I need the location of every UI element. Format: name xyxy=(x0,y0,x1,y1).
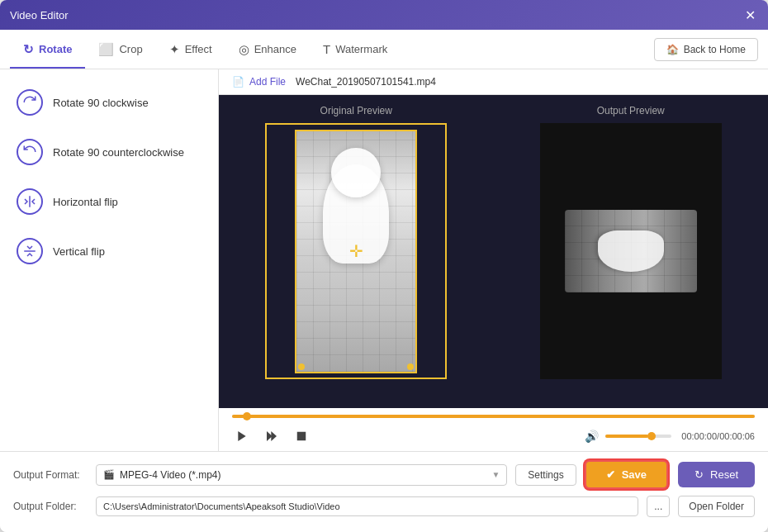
output-folder-row: Output Folder: C:\Users\Administrator\Do… xyxy=(13,496,755,517)
fast-forward-button[interactable] xyxy=(262,426,282,446)
flip-h-icon xyxy=(17,188,43,215)
home-icon: 🏠 xyxy=(666,44,679,55)
close-button[interactable]: ✕ xyxy=(742,7,758,23)
effect-tab-icon: ✦ xyxy=(169,42,180,57)
progress-bar-container xyxy=(219,408,768,421)
window-title: Video Editor xyxy=(10,9,69,21)
output-format-row: Output Format: 🎬 MPEG-4 Video (*.mp4) ▼ … xyxy=(13,460,755,489)
stop-button[interactable] xyxy=(292,426,311,446)
folder-input[interactable]: C:\Users\Administrator\Documents\Apeakso… xyxy=(96,496,638,516)
action-buttons: ✔ Save ↻ Reset xyxy=(585,460,755,489)
app-window: Video Editor ✕ ↻ Rotate ⬜ Crop ✦ Effect … xyxy=(0,0,768,532)
bottom-bar: Output Format: 🎬 MPEG-4 Video (*.mp4) ▼ … xyxy=(0,451,768,532)
tab-crop-label: Crop xyxy=(119,43,142,55)
add-file-icon: 📄 xyxy=(232,76,244,88)
browse-button[interactable]: ... xyxy=(647,496,670,517)
save-button[interactable]: ✔ Save xyxy=(585,460,668,489)
flip-h-label: Horizontal flip xyxy=(53,196,118,208)
tab-enhance-label: Enhance xyxy=(254,43,296,55)
tab-rotate[interactable]: ↻ Rotate xyxy=(10,30,85,69)
original-preview-canvas: ✛ xyxy=(265,123,447,379)
current-file-name: WeChat_20190507101541.mp4 xyxy=(296,76,436,88)
volume-section: 🔊 xyxy=(585,430,671,443)
settings-button[interactable]: Settings xyxy=(515,464,576,486)
original-preview-pane: Original Preview ✛ xyxy=(219,95,494,408)
original-preview-label: Original Preview xyxy=(320,105,392,116)
flip-v-label: Vertical flip xyxy=(53,245,105,258)
output-video-frame xyxy=(565,210,697,292)
svg-marker-0 xyxy=(238,431,245,441)
rotate-ccw-icon xyxy=(17,139,43,165)
tab-bar: ↻ Rotate ⬜ Crop ✦ Effect ◎ Enhance T Wat… xyxy=(0,30,768,69)
rotate-cw-label: Rotate 90 clockwise xyxy=(53,97,149,109)
left-panel: Rotate 90 clockwise Rotate 90 counterclo… xyxy=(0,69,219,451)
crop-tab-icon: ⬜ xyxy=(98,42,114,57)
file-bar: 📄 Add File WeChat_20190507101541.mp4 xyxy=(219,69,768,95)
right-panel: 📄 Add File WeChat_20190507101541.mp4 Ori… xyxy=(219,69,768,451)
format-select[interactable]: 🎬 MPEG-4 Video (*.mp4) ▼ xyxy=(96,464,507,486)
tool-flip-v[interactable]: Vertical flip xyxy=(0,226,218,276)
tab-crop[interactable]: ⬜ Crop xyxy=(85,30,155,69)
tool-rotate-cw[interactable]: Rotate 90 clockwise xyxy=(0,78,218,127)
add-file-button[interactable]: 📄 Add File xyxy=(232,76,286,88)
crosshair-icon: ✛ xyxy=(349,241,363,261)
tab-effect-label: Effect xyxy=(185,43,212,55)
playback-area: 🔊 00:00:00/00:00:06 xyxy=(219,408,768,451)
volume-fill xyxy=(605,435,648,438)
tab-enhance[interactable]: ◎ Enhance xyxy=(225,30,310,69)
progress-fill xyxy=(232,415,755,418)
format-select-value: MPEG-4 Video (*.mp4) xyxy=(120,469,486,481)
output-preview-label: Output Preview xyxy=(597,105,665,116)
progress-track[interactable] xyxy=(232,415,755,418)
volume-icon: 🔊 xyxy=(585,430,599,443)
tool-flip-h[interactable]: Horizontal flip xyxy=(0,177,218,226)
tool-rotate-ccw[interactable]: Rotate 90 counterclockwise xyxy=(0,127,218,177)
main-content: Rotate 90 clockwise Rotate 90 counterclo… xyxy=(0,69,768,451)
reset-icon: ↻ xyxy=(695,468,704,481)
output-folder-label: Output Folder: xyxy=(13,501,88,512)
original-video-frame: ✛ xyxy=(295,130,417,373)
volume-thumb[interactable] xyxy=(647,432,656,440)
enhance-tab-icon: ◎ xyxy=(239,42,249,57)
watermark-tab-icon: T xyxy=(323,42,330,56)
rotate-ccw-label: Rotate 90 counterclockwise xyxy=(53,146,184,159)
tab-effect[interactable]: ✦ Effect xyxy=(156,30,225,69)
rotate-cw-icon xyxy=(17,89,43,116)
output-format-label: Output Format: xyxy=(13,469,88,481)
tab-watermark-label: Watermark xyxy=(335,43,387,55)
flip-v-icon xyxy=(17,238,43,264)
tab-rotate-label: Rotate xyxy=(39,43,72,55)
save-check-icon: ✔ xyxy=(606,468,615,481)
dropdown-arrow-icon: ▼ xyxy=(491,470,500,479)
time-display: 00:00:00/00:00:06 xyxy=(681,431,755,441)
svg-marker-2 xyxy=(271,431,277,441)
controls-row: 🔊 00:00:00/00:00:06 xyxy=(219,421,768,451)
progress-thumb[interactable] xyxy=(243,412,251,420)
volume-track[interactable] xyxy=(605,435,671,438)
tab-watermark[interactable]: T Watermark xyxy=(310,30,401,69)
reset-button[interactable]: ↻ Reset xyxy=(678,462,755,487)
back-to-home-button[interactable]: 🏠 Back to Home xyxy=(654,38,758,61)
open-folder-button[interactable]: Open Folder xyxy=(678,496,755,517)
output-preview-pane: Output Preview xyxy=(494,95,769,408)
play-button[interactable] xyxy=(232,426,252,446)
rotate-tab-icon: ↻ xyxy=(23,42,34,57)
preview-area: Original Preview ✛ xyxy=(219,95,768,408)
title-bar: Video Editor ✕ xyxy=(0,0,768,30)
output-preview-canvas xyxy=(540,123,722,379)
svg-rect-3 xyxy=(297,432,306,441)
